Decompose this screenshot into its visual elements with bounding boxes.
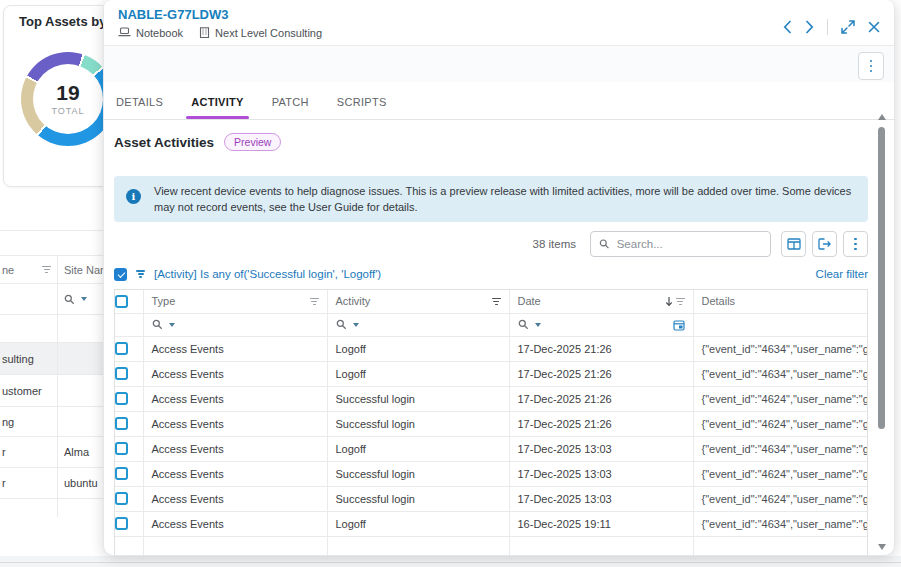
clear-filter-link[interactable]: Clear filter [816,268,868,280]
cell-type: Access Events [143,361,327,386]
chevron-down-icon [81,297,87,301]
select-all-checkbox[interactable] [115,295,128,308]
column-header-details[interactable]: Details [693,290,867,313]
row-checkbox[interactable] [115,442,128,455]
table-row: Access Events Logoff 17-Dec-2025 13:03 {… [115,436,867,461]
column-header-type[interactable]: Type [143,290,327,313]
section-title: Asset Activities [114,135,214,150]
cell-date: 17-Dec-2025 13:03 [509,486,693,511]
total-label: TOTAL [51,106,84,116]
calendar-icon[interactable] [673,319,685,331]
tab-scripts[interactable]: SCRIPTS [335,85,389,119]
row-checkbox[interactable] [115,417,128,430]
magnifier-icon [336,319,347,330]
building-icon [199,27,210,38]
tab-patch[interactable]: PATCH [270,85,311,119]
page-bottom-strip [0,556,901,567]
sort-desc-icon [665,296,673,307]
grid-toolbar: 38 items [114,230,868,258]
asset-title: NABLE-G77LDW3 [118,7,322,23]
expand-button[interactable] [841,20,855,34]
filter-enabled-checkbox[interactable] [114,268,127,281]
row-checkbox[interactable] [115,467,128,480]
chevron-down-icon [535,323,541,327]
row-checkbox[interactable] [115,342,128,355]
cell-details: {"event_id":"4634","user_name":"ge... [693,336,867,361]
cell-type: Access Events [143,486,327,511]
chevron-down-icon [353,323,359,327]
bg-col1-header[interactable]: ne [0,256,58,283]
filter-icon [136,270,145,278]
scroll-up-arrow[interactable] [878,114,886,120]
search-operator[interactable] [152,319,175,330]
tab-bar: DETAILS ACTIVITY PATCH SCRIPTS [114,85,389,119]
asset-detail-panel: NABLE-G77LDW3 Notebook Next Level Consul… [103,0,895,556]
cell-date: 17-Dec-2025 21:26 [509,386,693,411]
cell-activity: Logoff [327,361,509,386]
row-checkbox[interactable] [115,492,128,505]
chevron-left-icon [783,20,792,34]
row-checkbox[interactable] [115,367,128,380]
banner-text: View recent device events to help diagno… [154,183,854,215]
search-input[interactable] [617,238,762,250]
close-button[interactable] [868,21,880,33]
magnifier-icon [64,294,75,305]
table-row: Access Events Successful login 17-Dec-20… [115,411,867,436]
close-icon [868,21,880,33]
filter-icon[interactable] [42,266,51,274]
panel-controls [783,9,880,45]
column-header-activity[interactable]: Activity [327,290,509,313]
column-chooser-button[interactable] [781,231,806,257]
tab-activity[interactable]: ACTIVITY [189,85,246,119]
cell-type: Access Events [143,461,327,486]
cell-type: Access Events [143,336,327,361]
cell-details: {"event_id":"4624","user_name":"ge... [693,461,867,486]
export-icon [818,238,831,250]
table-row: Access Events Logoff 16-Dec-2025 19:11 {… [115,511,867,536]
cell-date: 17-Dec-2025 21:26 [509,361,693,386]
filter-icon[interactable] [310,298,319,306]
search-operator[interactable] [518,319,541,330]
laptop-icon [118,27,131,38]
panel-more-menu-button[interactable] [858,52,884,80]
row-checkbox[interactable] [115,392,128,405]
filter-expression[interactable]: [Activity] Is any of('Successful login',… [154,268,807,280]
items-count: 38 items [533,238,576,250]
info-banner: i View recent device events to help diag… [114,176,868,222]
grid-header-row: Type Activity Date [115,290,867,313]
search-operator[interactable] [64,294,87,305]
cell-activity: Successful login [327,486,509,511]
cell-activity: Logoff [327,436,509,461]
cell-details: {"event_id":"4634","user_name":"ge... [693,436,867,461]
filter-icon[interactable] [676,298,685,306]
search-operator[interactable] [336,319,359,330]
prev-asset-button[interactable] [783,20,792,34]
table-row: Access Events Successful login 17-Dec-20… [115,461,867,486]
chevron-right-icon [805,20,814,34]
cell-activity: Successful login [327,411,509,436]
table-row-partial [115,536,867,556]
cell-details: {"event_id":"4624","user_name":"ge... [693,386,867,411]
grid-more-menu-button[interactable] [843,231,868,257]
panel-toolbar-strip: DETAILS ACTIVITY PATCH SCRIPTS [104,46,894,120]
column-header-date[interactable]: Date [509,290,693,313]
scroll-down-arrow[interactable] [878,544,886,550]
search-box[interactable] [590,231,771,257]
kebab-menu-icon [854,238,857,251]
info-icon: i [126,189,141,204]
table-row: Access Events Logoff 17-Dec-2025 21:26 {… [115,361,867,386]
row-checkbox[interactable] [115,517,128,530]
device-type: Notebook [118,27,183,39]
scrollbar-thumb[interactable] [878,127,885,429]
grid-search-row [115,313,867,336]
column-chooser-icon [787,238,801,250]
search-icon [599,238,610,250]
cell-type: Access Events [143,386,327,411]
tab-details[interactable]: DETAILS [114,85,165,119]
cell-type: Access Events [143,436,327,461]
next-asset-button[interactable] [805,20,814,34]
magnifier-icon [518,319,529,330]
asset-subtitle: Notebook Next Level Consulting [118,27,322,39]
filter-applied-icon[interactable] [492,298,501,306]
export-button[interactable] [812,231,837,257]
